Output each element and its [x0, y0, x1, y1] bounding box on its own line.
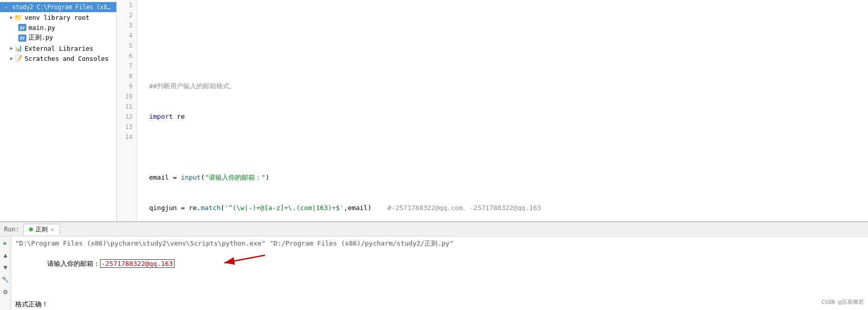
line-num-9: 9 [119, 81, 132, 91]
sidebar-item-external-libs[interactable]: ▶ 📊 External Libraries [0, 43, 116, 53]
run-label: Run: [4, 225, 19, 233]
chevron-right-icon: ▶ [10, 15, 13, 20]
console-input-line: 请输入你的邮箱：-2571788322@qq.163 [15, 249, 864, 299]
svg-line-1 [224, 255, 265, 263]
scroll-down-button[interactable]: ▼ [1, 263, 10, 272]
sidebar-label-scratches: Scratches and Consoles [24, 55, 109, 62]
code-line-1 [141, 20, 864, 30]
main-area: ▾ study2 C:\Program Files (x86)\pychar..… [0, 0, 868, 221]
sidebar-item-scratches[interactable]: ▶ 📝 Scratches and Consoles [0, 53, 116, 63]
console-result-line: 格式正确！ [15, 299, 864, 309]
line-num-2: 2 [119, 10, 132, 20]
sidebar-item-venv[interactable]: ▶ 📁 venv library root [0, 12, 116, 22]
line-num-11: 11 [119, 101, 132, 112]
scratch-icon: 📝 [14, 54, 22, 62]
line-num-14: 14 [119, 132, 132, 142]
sidebar-label-study-root: study2 C:\Program Files (x86)\pychar... [12, 4, 112, 11]
sidebar-label-external-libs: External Libraries [24, 45, 93, 52]
chevron-right-icon-extlib: ▶ [10, 46, 13, 51]
editor-area: 1 2 3 4 5 6 7 8 9 10 11 12 13 14 ##判断用户输… [117, 0, 868, 221]
settings-button[interactable]: ⚙ [1, 287, 10, 296]
console-command-line: "D:\Program Files (x86)\pycharm\study2\v… [15, 238, 864, 249]
code-line-6: email = input("请输入你的邮箱：") [141, 173, 864, 183]
scroll-up-button[interactable]: ▲ [1, 251, 10, 260]
code-line-7: qingjun = re.match('^(\w|-)+@[a-z]+\.(co… [141, 203, 864, 213]
line-num-13: 13 [119, 122, 132, 132]
run-tab-bar: Run: 正则 ✕ [0, 222, 868, 236]
red-arrow-annotation [209, 250, 270, 275]
line-num-8: 8 [119, 71, 132, 81]
sidebar-label-venv: venv library root [24, 14, 89, 21]
console-input-value: -2571788322@qq.163 [100, 259, 175, 268]
wrench-button[interactable]: 🔧 [1, 275, 10, 284]
line-num-1: 1 [119, 0, 132, 10]
code-line-3: ##判断用户输入的邮箱格式。 [141, 81, 864, 91]
bottom-panel: Run: 正则 ✕ ▶ ▲ ▼ 🔧 ⚙ "D:\Program Files (x… [0, 221, 868, 310]
line-num-7: 7 [119, 61, 132, 71]
sidebar-item-zhengze-py[interactable]: py 正则.py [0, 32, 116, 43]
py-file-icon-zhengze: py [18, 34, 26, 42]
folder-icon-venv: 📁 [14, 13, 22, 21]
console-toolbar: ▶ ▲ ▼ 🔧 ⚙ [0, 236, 11, 310]
run-console[interactable]: "D:\Program Files (x86)\pycharm\study2\v… [11, 236, 868, 310]
code-line-4: import re [141, 112, 864, 122]
run-tab-zhengze[interactable]: 正则 ✕ [23, 224, 60, 235]
code-content[interactable]: ##判断用户输入的邮箱格式。 import re email = input("… [137, 0, 868, 221]
line-num-5: 5 [119, 41, 132, 51]
sidebar-item-study-root[interactable]: ▾ study2 C:\Program Files (x86)\pychar..… [0, 2, 116, 12]
line-num-10: 10 [119, 91, 132, 101]
sidebar-item-main-py[interactable]: py main.py [0, 22, 116, 32]
folder-open-icon: ▾ [2, 3, 10, 11]
sidebar-label-main-py: main.py [28, 24, 55, 31]
chevron-right-icon-scratch: ▶ [10, 56, 13, 61]
run-status-dot [29, 227, 33, 231]
console-prompt: 请输入你的邮箱： [47, 260, 100, 267]
code-line-2 [141, 51, 864, 61]
line-num-6: 6 [119, 51, 132, 61]
code-container: 1 2 3 4 5 6 7 8 9 10 11 12 13 14 ##判断用户输… [117, 0, 868, 221]
sidebar: ▾ study2 C:\Program Files (x86)\pychar..… [0, 0, 117, 221]
console-body: ▶ ▲ ▼ 🔧 ⚙ "D:\Program Files (x86)\pychar… [0, 236, 868, 310]
code-line-5 [141, 142, 864, 152]
run-tab-close[interactable]: ✕ [51, 226, 54, 233]
sidebar-label-zhengze-py: 正则.py [28, 33, 53, 42]
line-num-3: 3 [119, 20, 132, 30]
line-numbers: 1 2 3 4 5 6 7 8 9 10 11 12 13 14 [117, 0, 137, 221]
run-tab-label: 正则 [36, 225, 48, 234]
run-button[interactable]: ▶ [1, 238, 10, 248]
ext-lib-icon: 📊 [14, 44, 22, 52]
py-file-icon-main: py [18, 23, 26, 31]
line-num-12: 12 [119, 112, 132, 122]
line-num-4: 4 [119, 30, 132, 41]
